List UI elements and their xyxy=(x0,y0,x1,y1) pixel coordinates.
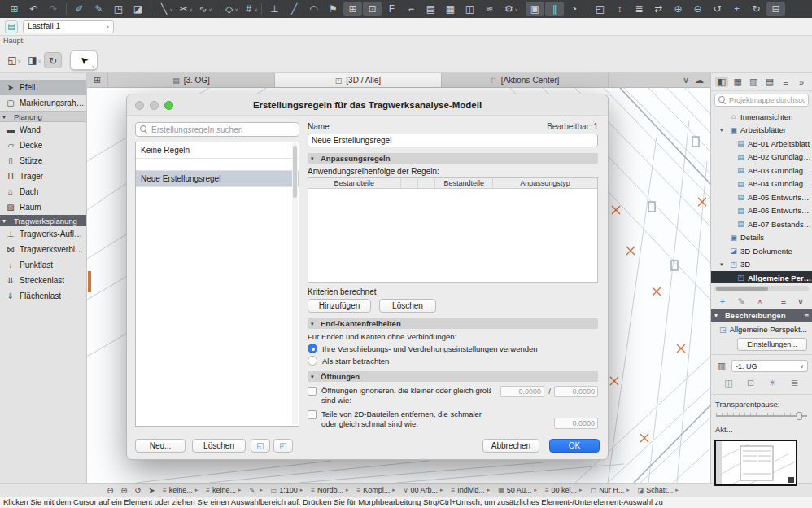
list-settings-icon[interactable]: ≡ xyxy=(777,296,790,307)
statusbar-item-schatt[interactable]: ◪Schatt...▸ xyxy=(635,486,682,494)
statusbar-item-00-kei[interactable]: ≡00 kei...▸ xyxy=(542,486,586,494)
toolbox-item-wand[interactable]: ▬Wand xyxy=(0,122,86,138)
tree-item-3d-dokumente[interactable]: ◪3D-Dokumente xyxy=(711,244,812,258)
rules-scrollbar[interactable] xyxy=(292,143,298,425)
transparentpause-slider[interactable] xyxy=(716,412,807,420)
settings-icon[interactable]: ⚙∨ xyxy=(500,2,518,16)
opening-width-field[interactable]: 0,0000 xyxy=(500,386,544,397)
statusbar-item-tool[interactable]: ✎▸ xyxy=(246,487,265,494)
rule-item-keine-regeln[interactable]: Keine Regeln xyxy=(136,142,299,159)
pickup-parameters-icon[interactable]: ✐ xyxy=(70,2,89,16)
radio-use-settings[interactable]: Ihre Verschiebungs- und Verdrehungseinst… xyxy=(308,344,598,353)
dimension-icon[interactable]: ⌐ xyxy=(402,2,421,16)
checkbox-icon[interactable] xyxy=(308,387,317,396)
toolbox-item-traeger[interactable]: ΠTräger xyxy=(0,169,86,184)
edit-viewpoint-icon[interactable]: ✎ xyxy=(735,296,748,307)
toolbox-section-tragwerksplanung[interactable]: ▾Tragwerksplanung xyxy=(0,215,86,226)
toolbox-item-dach[interactable]: ⌂Dach xyxy=(0,184,86,199)
tree-item-arbeitsblaetter[interactable]: ▾▣Arbeitsblätter xyxy=(711,124,812,138)
tree-item-ab-05-entwurfsplae[interactable]: ▤AB-05 Entwurfsplä... xyxy=(711,190,812,204)
panel-chevron-icon[interactable]: ∨ xyxy=(794,296,807,307)
rule-item-neue-erstellungsregel[interactable]: Neue Erstellungsregel xyxy=(136,171,299,187)
toolbox-item-flaechenlast[interactable]: ⇓Flächenlast xyxy=(0,288,86,304)
ok-button[interactable]: OK xyxy=(549,439,600,453)
explore-icon[interactable]: ➤ xyxy=(146,486,158,495)
slider-handle[interactable] xyxy=(797,412,802,420)
undo-icon[interactable]: ↶ xyxy=(24,2,43,16)
radio-rigid[interactable]: Als starr betrachten xyxy=(308,356,598,366)
rule-name-input[interactable] xyxy=(308,134,598,147)
panel-expand-icon[interactable]: » xyxy=(795,77,808,87)
scrollbar-thumb[interactable] xyxy=(716,287,768,291)
description-item[interactable]: ◳ Allgemeine Perspekt... xyxy=(711,322,812,335)
toolbox-item-streckenlast[interactable]: ⇊Streckenlast xyxy=(0,273,86,288)
statusbar-item-individ[interactable]: ≡Individ...▸ xyxy=(448,486,494,494)
zoom-out-icon[interactable]: ⊖ xyxy=(104,486,116,495)
label-icon[interactable]: ▤ xyxy=(421,2,440,16)
toolbox-section-planung[interactable]: ▾Planung xyxy=(0,111,86,122)
projectmap-search-input[interactable] xyxy=(729,96,805,104)
table-column-anpassungstyp[interactable]: Anpassungstyp xyxy=(493,178,597,188)
story-dropdown[interactable]: -1. UG ∨ xyxy=(731,360,808,372)
pan-icon[interactable]: ↕ xyxy=(610,2,629,16)
abbrechen-button[interactable]: Abbrechen xyxy=(482,439,539,453)
monitor-icon[interactable]: ▣ xyxy=(526,2,544,16)
redo-icon[interactable]: ↷ xyxy=(44,2,63,16)
camera-options-icon[interactable]: ⊡ xyxy=(744,378,757,388)
frame-icon[interactable]: ⊡ xyxy=(363,2,382,16)
zoom-in-icon[interactable]: ⊕ xyxy=(669,2,688,16)
toolbox-item-stuetze[interactable]: ▯Stütze xyxy=(0,153,86,169)
toolbox-item-raum[interactable]: ▨Raum xyxy=(0,199,86,215)
tree-item-innenansichten[interactable]: ⌂Innenansichten xyxy=(711,110,812,124)
book-map-icon[interactable]: ▥ xyxy=(747,77,760,87)
beschreibungen-section-header[interactable]: ▾ Beschreibungen ≡ xyxy=(711,309,812,322)
tree-item-ab-01-arbeitsblatt[interactable]: ▤AB-01 Arbeitsblatt xyxy=(711,137,812,151)
einstellungen-button[interactable]: Einstellungen... xyxy=(737,338,807,351)
trim-icon[interactable]: ✂∨ xyxy=(174,2,193,16)
add-viewpoint-icon[interactable]: + xyxy=(716,296,729,307)
part-width-field[interactable]: 0,0000 xyxy=(554,418,598,429)
zoom-window-icon[interactable] xyxy=(164,101,173,110)
loeschen-button[interactable]: Löschen xyxy=(379,299,436,313)
arrow-tool-button[interactable]: ➤ ∨ xyxy=(70,50,98,70)
statusbar-item-keine[interactable]: ≡keine...▸ xyxy=(159,486,201,494)
minimize-window-icon[interactable] xyxy=(150,101,159,110)
view-map-icon[interactable]: ▦ xyxy=(731,77,744,87)
statusbar-item-nordb[interactable]: ≡Nordb...▸ xyxy=(308,486,351,494)
close-window-icon[interactable] xyxy=(135,101,144,110)
project-map-icon[interactable]: ◧ xyxy=(715,77,728,87)
toolbox-item-markierungsrahmen[interactable]: ▢Markierungsrahmen xyxy=(0,95,86,111)
publisher-icon[interactable]: ▤ xyxy=(763,77,776,87)
tree-item-ab-02-grundlage-a[interactable]: ▤AB-02 Grundlage A... xyxy=(711,151,812,164)
eraser-icon[interactable]: ◪ xyxy=(129,2,147,16)
pane-layout-icon[interactable]: ⊞ xyxy=(5,2,24,16)
line-tools-icon[interactable]: ╲∨ xyxy=(155,2,173,16)
toolbox-item-tragwerks-auflager[interactable]: ⊥Tragwerks-Auflager xyxy=(0,226,86,242)
statusbar-item-kompl[interactable]: ≡Kompl...▸ xyxy=(353,486,398,494)
checkbox-icon[interactable] xyxy=(308,410,317,419)
tab-3-og[interactable]: ▤[3. OG] xyxy=(108,73,275,87)
section-icon[interactable]: ≋ xyxy=(480,2,499,16)
loeschen-rule-button[interactable]: Löschen xyxy=(192,439,246,453)
selection-options-icon[interactable]: ◱∨ xyxy=(3,52,21,68)
zoom-in-icon[interactable]: ⊕ xyxy=(118,486,130,495)
radio-checked-icon[interactable] xyxy=(308,344,317,353)
toolbox-item-tragwerksverbind[interactable]: ⋈Tragwerksverbind... xyxy=(0,242,86,257)
zoom-out-icon[interactable]: ⊖ xyxy=(688,2,707,16)
snap-guides-icon[interactable]: ╱ xyxy=(285,2,303,16)
tree-item-ab-03-grundlage-a[interactable]: ▤AB-03 Grundlage A... xyxy=(711,164,812,177)
oeffnungen-section[interactable]: ▾ Öffnungen xyxy=(308,371,598,382)
refresh-icon[interactable]: ↻ xyxy=(747,2,766,16)
layout-book-icon[interactable]: ≣ xyxy=(630,2,648,16)
statusbar-item-1-100[interactable]: ▭1:100▸ xyxy=(268,486,307,494)
table-column-bestandteile[interactable]: Bestandteile xyxy=(435,178,493,188)
panel-menu-icon[interactable]: ≡ xyxy=(779,77,792,87)
import-rules-icon[interactable]: ◱ xyxy=(251,439,270,453)
table-column-blank-2[interactable] xyxy=(418,178,435,188)
dialog-titlebar[interactable]: Erstellungsregeln für das Tragwerksanaly… xyxy=(127,94,608,116)
tree-item-details[interactable]: ▣Details xyxy=(711,231,812,245)
tree-item-ab-06-entwurfsplae[interactable]: ▤AB-06 Entwurfsplä... xyxy=(711,204,812,218)
inject-parameters-icon[interactable]: ✎ xyxy=(89,2,108,16)
tree-horizontal-scrollbar[interactable] xyxy=(714,286,809,291)
statusbar-item-nur-h[interactable]: ▢Nur H...▸ xyxy=(587,486,633,494)
